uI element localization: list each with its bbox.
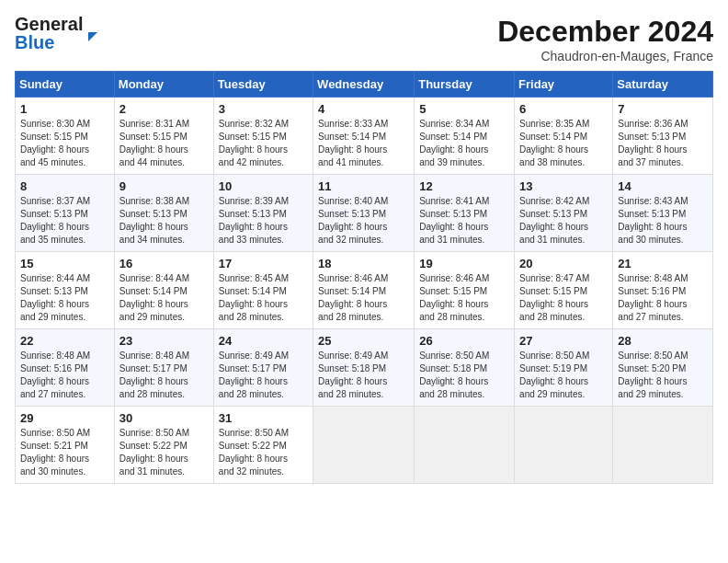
day-number: 30 — [119, 411, 209, 425]
logo-general: General — [15, 15, 83, 33]
calendar-day-header: Monday — [114, 72, 213, 98]
day-number: 15 — [20, 257, 109, 270]
day-number: 21 — [618, 257, 708, 270]
day-info: Sunrise: 8:48 AM Sunset: 5:16 PM Dayligh… — [618, 272, 708, 324]
day-info: Sunrise: 8:45 AM Sunset: 5:14 PM Dayligh… — [219, 272, 308, 324]
day-number: 1 — [20, 102, 109, 116]
calendar-week-row: 22Sunrise: 8:48 AM Sunset: 5:16 PM Dayli… — [16, 329, 713, 407]
calendar-day-cell: 23Sunrise: 8:48 AM Sunset: 5:17 PM Dayli… — [114, 329, 213, 407]
day-info: Sunrise: 8:46 AM Sunset: 5:14 PM Dayligh… — [318, 272, 409, 324]
calendar-day-header: Tuesday — [213, 72, 313, 98]
calendar-day-cell: 26Sunrise: 8:50 AM Sunset: 5:18 PM Dayli… — [415, 329, 515, 407]
calendar-day-cell: 4Sunrise: 8:33 AM Sunset: 5:14 PM Daylig… — [313, 98, 415, 175]
day-info: Sunrise: 8:46 AM Sunset: 5:15 PM Dayligh… — [419, 272, 509, 324]
calendar-day-cell: 5Sunrise: 8:34 AM Sunset: 5:14 PM Daylig… — [415, 98, 515, 175]
page-title: December 2024 — [497, 15, 713, 49]
day-number: 10 — [219, 179, 308, 193]
day-info: Sunrise: 8:35 AM Sunset: 5:14 PM Dayligh… — [519, 118, 608, 169]
calendar-day-header: Sunday — [16, 72, 115, 98]
day-number: 9 — [119, 179, 209, 193]
day-info: Sunrise: 8:50 AM Sunset: 5:21 PM Dayligh… — [20, 427, 109, 478]
calendar-day-cell: 7Sunrise: 8:36 AM Sunset: 5:13 PM Daylig… — [613, 98, 713, 175]
logo-blue: Blue — [15, 33, 83, 52]
day-info: Sunrise: 8:50 AM Sunset: 5:22 PM Dayligh… — [219, 427, 308, 478]
day-info: Sunrise: 8:50 AM Sunset: 5:20 PM Dayligh… — [618, 350, 708, 401]
calendar-week-row: 15Sunrise: 8:44 AM Sunset: 5:13 PM Dayli… — [16, 252, 713, 329]
page-header: General Blue December 2024 Chaudron-en-M… — [15, 15, 713, 63]
calendar-week-row: 8Sunrise: 8:37 AM Sunset: 5:13 PM Daylig… — [16, 175, 713, 252]
day-info: Sunrise: 8:41 AM Sunset: 5:13 PM Dayligh… — [419, 195, 509, 247]
day-info: Sunrise: 8:44 AM Sunset: 5:13 PM Dayligh… — [20, 272, 109, 324]
calendar-week-row: 29Sunrise: 8:50 AM Sunset: 5:21 PM Dayli… — [16, 407, 713, 484]
day-number: 6 — [519, 102, 608, 116]
calendar-week-row: 1Sunrise: 8:30 AM Sunset: 5:15 PM Daylig… — [16, 98, 713, 175]
day-info: Sunrise: 8:44 AM Sunset: 5:14 PM Dayligh… — [119, 272, 209, 324]
calendar-day-header: Wednesday — [313, 72, 415, 98]
day-info: Sunrise: 8:48 AM Sunset: 5:16 PM Dayligh… — [20, 350, 109, 401]
calendar-day-cell: 6Sunrise: 8:35 AM Sunset: 5:14 PM Daylig… — [515, 98, 613, 175]
calendar-day-cell: 31Sunrise: 8:50 AM Sunset: 5:22 PM Dayli… — [213, 407, 313, 484]
day-number: 22 — [20, 334, 109, 348]
calendar-day-cell: 25Sunrise: 8:49 AM Sunset: 5:18 PM Dayli… — [313, 329, 415, 407]
day-info: Sunrise: 8:42 AM Sunset: 5:13 PM Dayligh… — [519, 195, 608, 247]
day-info: Sunrise: 8:49 AM Sunset: 5:18 PM Dayligh… — [318, 350, 409, 401]
calendar-day-cell: 30Sunrise: 8:50 AM Sunset: 5:22 PM Dayli… — [114, 407, 213, 484]
calendar-day-cell: 11Sunrise: 8:40 AM Sunset: 5:13 PM Dayli… — [313, 175, 415, 252]
day-number: 19 — [419, 257, 509, 270]
logo-arrow-icon — [88, 32, 97, 41]
calendar-day-cell: 15Sunrise: 8:44 AM Sunset: 5:13 PM Dayli… — [16, 252, 115, 329]
calendar-header: SundayMondayTuesdayWednesdayThursdayFrid… — [16, 72, 713, 98]
day-info: Sunrise: 8:47 AM Sunset: 5:15 PM Dayligh… — [519, 272, 608, 324]
day-info: Sunrise: 8:36 AM Sunset: 5:13 PM Dayligh… — [618, 118, 708, 169]
day-info: Sunrise: 8:39 AM Sunset: 5:13 PM Dayligh… — [219, 195, 308, 247]
calendar-table: SundayMondayTuesdayWednesdayThursdayFrid… — [15, 71, 713, 484]
day-number: 25 — [318, 334, 409, 348]
day-info: Sunrise: 8:50 AM Sunset: 5:22 PM Dayligh… — [119, 427, 209, 478]
day-number: 18 — [318, 257, 409, 270]
day-number: 24 — [219, 334, 308, 348]
day-number: 31 — [219, 411, 308, 425]
page-subtitle: Chaudron-en-Mauges, France — [497, 49, 713, 63]
calendar-day-cell: 29Sunrise: 8:50 AM Sunset: 5:21 PM Dayli… — [16, 407, 115, 484]
day-info: Sunrise: 8:37 AM Sunset: 5:13 PM Dayligh… — [20, 195, 109, 247]
day-info: Sunrise: 8:49 AM Sunset: 5:17 PM Dayligh… — [219, 350, 308, 401]
calendar-day-cell: 1Sunrise: 8:30 AM Sunset: 5:15 PM Daylig… — [16, 98, 115, 175]
day-info: Sunrise: 8:34 AM Sunset: 5:14 PM Dayligh… — [419, 118, 509, 169]
calendar-header-row: SundayMondayTuesdayWednesdayThursdayFrid… — [16, 72, 713, 98]
title-area: December 2024 Chaudron-en-Mauges, France — [497, 15, 713, 63]
calendar-day-cell: 12Sunrise: 8:41 AM Sunset: 5:13 PM Dayli… — [415, 175, 515, 252]
day-info: Sunrise: 8:32 AM Sunset: 5:15 PM Dayligh… — [219, 118, 308, 169]
calendar-day-cell — [515, 407, 613, 484]
day-number: 12 — [419, 179, 509, 193]
calendar-day-cell: 18Sunrise: 8:46 AM Sunset: 5:14 PM Dayli… — [313, 252, 415, 329]
day-number: 11 — [318, 179, 409, 193]
calendar-day-header: Thursday — [415, 72, 515, 98]
day-info: Sunrise: 8:43 AM Sunset: 5:13 PM Dayligh… — [618, 195, 708, 247]
calendar-day-cell: 21Sunrise: 8:48 AM Sunset: 5:16 PM Dayli… — [613, 252, 713, 329]
day-number: 28 — [618, 334, 708, 348]
calendar-day-cell: 13Sunrise: 8:42 AM Sunset: 5:13 PM Dayli… — [515, 175, 613, 252]
calendar-day-cell: 27Sunrise: 8:50 AM Sunset: 5:19 PM Dayli… — [515, 329, 613, 407]
day-number: 7 — [618, 102, 708, 116]
calendar-day-header: Saturday — [613, 72, 713, 98]
day-number: 23 — [119, 334, 209, 348]
day-number: 14 — [618, 179, 708, 193]
calendar-day-cell: 14Sunrise: 8:43 AM Sunset: 5:13 PM Dayli… — [613, 175, 713, 252]
calendar-day-cell: 17Sunrise: 8:45 AM Sunset: 5:14 PM Dayli… — [213, 252, 313, 329]
day-number: 27 — [519, 334, 608, 348]
calendar-day-cell — [415, 407, 515, 484]
day-info: Sunrise: 8:31 AM Sunset: 5:15 PM Dayligh… — [119, 118, 209, 169]
calendar-day-cell: 24Sunrise: 8:49 AM Sunset: 5:17 PM Dayli… — [213, 329, 313, 407]
calendar-day-cell: 20Sunrise: 8:47 AM Sunset: 5:15 PM Dayli… — [515, 252, 613, 329]
calendar-day-cell — [313, 407, 415, 484]
calendar-day-cell: 10Sunrise: 8:39 AM Sunset: 5:13 PM Dayli… — [213, 175, 313, 252]
day-number: 17 — [219, 257, 308, 270]
logo: General Blue — [15, 15, 97, 52]
day-info: Sunrise: 8:50 AM Sunset: 5:19 PM Dayligh… — [519, 350, 608, 401]
day-number: 29 — [20, 411, 109, 425]
day-number: 8 — [20, 179, 109, 193]
day-number: 2 — [119, 102, 209, 116]
day-number: 13 — [519, 179, 608, 193]
day-number: 5 — [419, 102, 509, 116]
calendar-day-cell — [613, 407, 713, 484]
